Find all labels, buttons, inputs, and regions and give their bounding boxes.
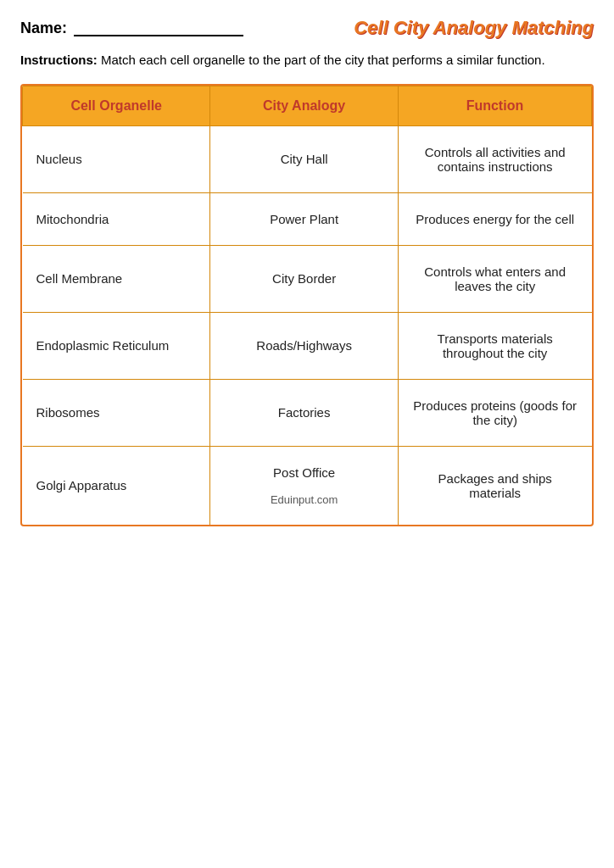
name-section: Name: bbox=[20, 19, 243, 37]
col-header-organelle: Cell Organelle bbox=[23, 86, 210, 125]
analogy-cell: City Border bbox=[210, 245, 398, 312]
table-row: MitochondriaPower PlantProduces energy f… bbox=[23, 192, 592, 245]
organelle-cell: Mitochondria bbox=[23, 192, 210, 245]
name-label: Name: bbox=[20, 19, 67, 37]
function-cell: Transports materials throughout the city bbox=[398, 312, 591, 379]
function-cell: Packages and ships materials bbox=[398, 446, 591, 525]
name-underline bbox=[74, 19, 243, 36]
table-row: RibosomesFactoriesProduces proteins (goo… bbox=[23, 379, 592, 446]
analogy-cell: Power Plant bbox=[210, 192, 398, 245]
col-header-function: Function bbox=[398, 86, 591, 125]
instructions-bold: Instructions: bbox=[20, 53, 98, 67]
instructions-text: Instructions: Match each cell organelle … bbox=[20, 51, 594, 70]
instructions-body: Match each cell organelle to the part of… bbox=[98, 53, 545, 67]
table-row: Endoplasmic ReticulumRoads/HighwaysTrans… bbox=[23, 312, 592, 379]
analogy-cell: Factories bbox=[210, 379, 398, 446]
organelle-cell: Endoplasmic Reticulum bbox=[23, 312, 210, 379]
col-header-analogy: City Analogy bbox=[210, 86, 398, 125]
function-cell: Produces energy for the cell bbox=[398, 192, 591, 245]
analogy-cell: City Hall bbox=[210, 125, 398, 192]
table-row: NucleusCity HallControls all activities … bbox=[23, 125, 592, 192]
organelle-cell: Cell Membrane bbox=[23, 245, 210, 312]
function-cell: Produces proteins (goods for the city) bbox=[398, 379, 591, 446]
main-table-wrapper: Cell Organelle City Analogy Function Nuc… bbox=[20, 84, 594, 526]
analogy-cell: Roads/Highways bbox=[210, 312, 398, 379]
organelle-table: Cell Organelle City Analogy Function Nuc… bbox=[22, 86, 592, 525]
page-title: Cell City Analogy Matching bbox=[354, 17, 594, 39]
organelle-cell: Nucleus bbox=[23, 125, 210, 192]
function-cell: Controls all activities and contains ins… bbox=[398, 125, 591, 192]
table-row: Golgi ApparatusPost OfficeEduinput.comPa… bbox=[23, 446, 592, 525]
organelle-cell: Ribosomes bbox=[23, 379, 210, 446]
table-row: Cell MembraneCity BorderControls what en… bbox=[23, 245, 592, 312]
table-header-row: Cell Organelle City Analogy Function bbox=[23, 86, 592, 125]
page-header: Name: Cell City Analogy Matching bbox=[20, 17, 594, 39]
footer-note: Eduinput.com bbox=[224, 493, 383, 506]
analogy-cell: Post OfficeEduinput.com bbox=[210, 446, 398, 525]
function-cell: Controls what enters and leaves the city bbox=[398, 245, 591, 312]
organelle-cell: Golgi Apparatus bbox=[23, 446, 210, 525]
